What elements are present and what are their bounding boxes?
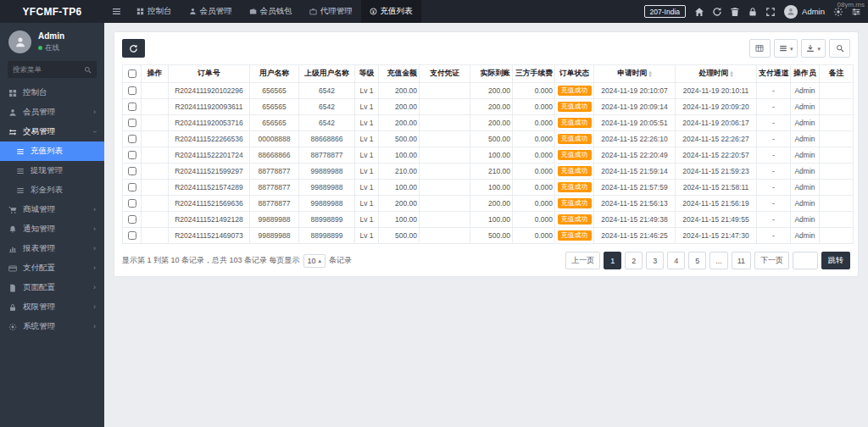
cell-received: 200.00: [470, 115, 513, 131]
row-checkbox[interactable]: [128, 231, 136, 240]
table-row: R20241115215742898877887799889988Lv 1100…: [123, 180, 854, 196]
page-jump-button[interactable]: 跳转: [821, 252, 850, 269]
refresh-button[interactable]: [122, 39, 145, 58]
col-header-amount: 充值金额: [379, 65, 420, 83]
cell-process-time: 2024-11-19 20:10:11: [676, 83, 757, 99]
sidebar-item-label: 彩金列表: [31, 185, 63, 196]
sidebar-item-report-mgmt[interactable]: 报表管理›: [0, 239, 104, 258]
cell-username: 99889988: [250, 212, 299, 228]
col-header-process-time[interactable]: 处理时间▴▾: [676, 65, 757, 83]
row-checkbox[interactable]: [128, 215, 136, 224]
user-panel: Admin 在线: [0, 23, 104, 59]
col-header-apply-time[interactable]: 申请时间▴▾: [594, 65, 676, 83]
sidebar-item-withdraw-mgmt[interactable]: 提现管理: [0, 161, 104, 180]
sidebar-item-mall-mgmt[interactable]: 商城管理›: [0, 200, 104, 219]
row-select-cell: [123, 228, 142, 244]
page-button-5[interactable]: 5: [688, 252, 706, 269]
row-checkbox[interactable]: [128, 86, 136, 95]
sidebar-item-label: 权限管理: [23, 302, 55, 313]
sidebar-item-label: 交易管理: [23, 126, 55, 137]
sidebar-item-console[interactable]: 控制台: [0, 83, 104, 103]
cell-username: 656565: [250, 83, 299, 99]
chevron-right-icon: ›: [93, 225, 96, 233]
fullscreen-icon[interactable]: [765, 7, 776, 17]
sidebar-item-member-mgmt[interactable]: 会员管理›: [0, 103, 104, 122]
page-jump-input[interactable]: [793, 252, 818, 269]
row-checkbox[interactable]: [128, 119, 136, 127]
cell-channel: -: [757, 228, 791, 244]
sort-icon: ▴▾: [731, 70, 733, 77]
refresh-icon[interactable]: [712, 7, 722, 17]
row-select-cell: [123, 131, 142, 147]
page-next-button[interactable]: 下一页: [754, 252, 789, 269]
cell-fee: 0.000: [513, 83, 555, 99]
row-checkbox[interactable]: [128, 199, 136, 208]
admin-menu[interactable]: Admin: [784, 5, 825, 19]
records-info-suffix: 条记录: [329, 255, 352, 266]
menu-search-input[interactable]: [13, 65, 81, 74]
table-row: R20241119200537166565656542Lv 1200.00200…: [123, 115, 854, 131]
caret-up-icon: ▴: [319, 258, 322, 263]
site-selector-button[interactable]: 207-India: [644, 5, 686, 18]
page-button-2[interactable]: 2: [625, 252, 643, 269]
cart-icon: [8, 206, 17, 214]
cell-operator: Admin: [791, 196, 820, 212]
sidebar-item-bonus-list[interactable]: 彩金列表: [0, 180, 104, 200]
sidebar-item-pay-config[interactable]: 支付配置›: [0, 258, 104, 278]
sidebar-item-page-config[interactable]: 页面配置›: [0, 278, 104, 297]
row-checkbox[interactable]: [128, 103, 136, 111]
trash-icon[interactable]: [730, 7, 740, 17]
sidebar-item-recharge-list[interactable]: 充值列表: [0, 141, 104, 161]
sidebar-item-system-mgmt[interactable]: 系统管理›: [0, 317, 104, 336]
cell-operator: Admin: [791, 164, 820, 180]
topnav-console[interactable]: 控制台: [128, 0, 181, 23]
cell-op: [142, 196, 169, 212]
cell-channel: -: [757, 83, 791, 99]
avatar: [784, 5, 798, 19]
cell-order-no: R2024111521574289: [169, 180, 250, 196]
sidebar-item-label: 商城管理: [23, 204, 55, 215]
topnav-member-wallet[interactable]: 会员钱包: [241, 0, 301, 23]
app-logo[interactable]: YFCMF-TP6: [0, 0, 104, 23]
sidebar-item-notice-mgmt[interactable]: 通知管理›: [0, 219, 104, 239]
sidebar-item-label: 支付配置: [23, 263, 55, 274]
page-button-4[interactable]: 4: [667, 252, 685, 269]
orders-table: 操作订单号用户名称上级用户名称等级充值金额支付凭证实际到账三方手续费订单状态申请…: [122, 64, 854, 244]
row-checkbox[interactable]: [128, 167, 136, 175]
refresh-icon: [129, 44, 138, 53]
select-all-checkbox[interactable]: [128, 69, 136, 78]
lock-icon[interactable]: [748, 7, 758, 17]
page-size-select[interactable]: 10 ▴: [303, 254, 326, 268]
page-button-3[interactable]: 3: [646, 252, 664, 269]
cell-level: Lv 1: [355, 212, 379, 228]
topnav-label: 代理管理: [320, 6, 353, 17]
row-select-cell: [123, 164, 142, 180]
sidebar-item-trade-mgmt[interactable]: 交易管理›: [0, 122, 104, 141]
cell-parent-username: 6542: [299, 83, 355, 99]
view-toggle-button[interactable]: [749, 39, 771, 58]
cell-status: 充值成功: [555, 131, 594, 147]
cell-order-no: R2024111920093611: [169, 99, 250, 115]
topnav-recharge-list[interactable]: 充值列表: [361, 0, 421, 23]
page-button-11[interactable]: 11: [732, 252, 751, 269]
home-icon[interactable]: [694, 7, 704, 17]
row-checkbox[interactable]: [128, 183, 136, 191]
cell-remark: [820, 180, 854, 196]
export-button[interactable]: ▾: [801, 39, 826, 58]
search-icon[interactable]: [84, 66, 92, 74]
columns-button[interactable]: ▾: [774, 39, 798, 58]
table-search-button[interactable]: [829, 39, 850, 58]
row-checkbox[interactable]: [128, 151, 136, 159]
sidebar-item-label: 充值列表: [31, 146, 63, 157]
sidebar-item-label: 系统管理: [23, 321, 55, 332]
sidebar-item-perm-mgmt[interactable]: 权限管理›: [0, 297, 104, 317]
sidebar-item-label: 提现管理: [31, 165, 63, 176]
page-button-1[interactable]: 1: [604, 252, 621, 269]
cell-order-no: R2024111521469073: [169, 228, 250, 244]
topnav-agent-mgmt[interactable]: 代理管理: [301, 0, 361, 23]
topnav-member-mgmt[interactable]: 会员管理: [181, 0, 241, 23]
page-prev-button[interactable]: 上一页: [565, 252, 600, 269]
row-checkbox[interactable]: [128, 135, 136, 143]
menu-toggle-button[interactable]: [104, 0, 128, 23]
table-row: R20241119200936116565656542Lv 1200.00200…: [123, 99, 854, 115]
